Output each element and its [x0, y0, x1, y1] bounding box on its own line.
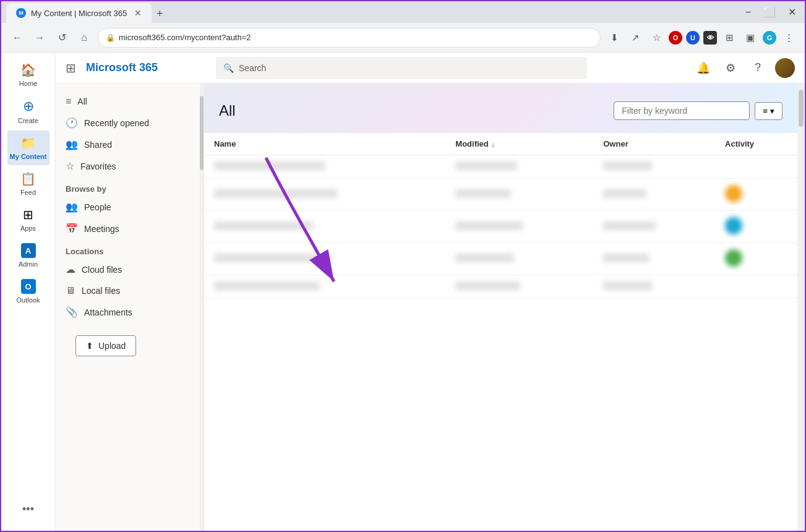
nav-item-create[interactable]: ⊕ Create	[7, 93, 49, 129]
sidebar-scrollbar-track[interactable]	[200, 84, 204, 531]
recently-opened-label: Recently opened	[84, 118, 149, 128]
attachments-label: Attachments	[84, 307, 132, 317]
window-controls: − ⬜ ✕	[742, 5, 800, 19]
monitor-icon: 🖥	[66, 285, 75, 296]
main-header: All ≡ ▾	[204, 84, 797, 133]
nav-item-my-content[interactable]: 📁 My Content	[7, 131, 49, 165]
help-button[interactable]: ?	[748, 58, 768, 78]
download-button[interactable]: ⬇	[606, 29, 623, 46]
all-icon: ≡	[66, 96, 71, 107]
sidebar-item-people[interactable]: 👥 People	[56, 196, 204, 218]
sidebar-item-favorites[interactable]: ☆ Favorites	[56, 155, 204, 177]
table-container: Name Modified ↓ Ow	[204, 133, 797, 531]
nav-item-home[interactable]: 🏠 Home	[7, 58, 49, 92]
people-icon: 👥	[66, 201, 78, 213]
browse-by-title: Browse by	[56, 177, 204, 196]
content-table: Name Modified ↓ Ow	[204, 133, 797, 299]
extensions-button[interactable]: ⊞	[721, 29, 738, 46]
active-tab[interactable]: M My Content | Microsoft 365 ✕	[6, 3, 152, 23]
sidebar-item-local-files[interactable]: 🖥 Local files	[56, 280, 204, 301]
filter-options-button[interactable]: ≡ ▾	[755, 102, 782, 120]
bitwarden-extension[interactable]: U	[686, 31, 700, 45]
refresh-button[interactable]: ↺	[53, 29, 71, 46]
grammarly-extension[interactable]: G	[763, 31, 776, 45]
minimize-button[interactable]: −	[742, 6, 755, 19]
eye-extension[interactable]: 👁	[703, 31, 717, 45]
home-icon: 🏠	[20, 62, 36, 77]
table-row	[204, 243, 797, 275]
main-area: ⊞ Microsoft 365 🔍 Search 🔔 ⚙ ?	[56, 53, 805, 531]
col-activity: Activity	[715, 133, 797, 155]
toolbar-right: ⬇ ↗ ☆ O U 👁 ⊞ ▣ G ⋮	[606, 29, 797, 46]
table-row	[204, 275, 797, 299]
notification-button[interactable]: 🔔	[693, 58, 713, 78]
tab-favicon: M	[16, 8, 26, 18]
col-name: Name	[204, 133, 445, 155]
sidebar-item-recently-opened[interactable]: 🕐 Recently opened	[56, 112, 204, 134]
opera-extension[interactable]: O	[669, 31, 682, 45]
col-modified[interactable]: Modified ↓	[445, 133, 593, 155]
address-bar[interactable]: 🔒 microsoft365.com/mycontent?auth=2	[98, 28, 601, 48]
nav-label-create: Create	[18, 117, 38, 124]
sidebar-toggle-button[interactable]: ▣	[742, 29, 759, 46]
nav-item-apps[interactable]: ⊞ Apps	[7, 202, 49, 237]
sidebar-item-meetings[interactable]: 📅 Meetings	[56, 218, 204, 239]
nav-item-outlook[interactable]: O Outlook	[7, 274, 49, 309]
cell-owner	[593, 275, 715, 299]
home-button[interactable]: ⌂	[75, 29, 93, 46]
cell-name	[204, 179, 445, 211]
m365-right-actions: 🔔 ⚙ ?	[693, 58, 795, 78]
share-button[interactable]: ↗	[627, 29, 644, 46]
content-wrapper: ≡ All 🕐 Recently opened 👥 Shared ☆	[56, 84, 805, 531]
grid-menu-icon[interactable]: ⊞	[66, 61, 76, 75]
col-owner: Owner	[593, 133, 715, 155]
left-nav: 🏠 Home ⊕ Create 📁 My Content 📋 Feed ⊞ Ap…	[1, 53, 56, 531]
upload-button[interactable]: ⬆ Upload	[75, 335, 136, 356]
nav-item-feed[interactable]: 📋 Feed	[7, 166, 49, 201]
cell-activity	[715, 179, 797, 211]
my-content-icon: 📁	[20, 135, 36, 150]
sidebar-scrollbar-thumb[interactable]	[200, 96, 204, 170]
sidebar-item-all[interactable]: ≡ All	[56, 91, 204, 112]
cell-activity	[715, 155, 797, 179]
url-text: microsoft365.com/mycontent?auth=2	[119, 33, 251, 42]
bookmark-button[interactable]: ☆	[648, 29, 665, 46]
cell-modified	[445, 211, 593, 243]
sidebar-scroll: ≡ All 🕐 Recently opened 👥 Shared ☆	[56, 88, 204, 526]
filter-bar: ≡ ▾	[614, 101, 782, 120]
activity-indicator	[725, 185, 742, 202]
user-avatar[interactable]	[775, 58, 795, 78]
search-icon: 🔍	[223, 63, 234, 73]
settings-button[interactable]: ⚙	[721, 58, 740, 78]
nav-item-admin[interactable]: A Admin	[7, 238, 49, 273]
main-content: All ≡ ▾	[204, 84, 797, 531]
cell-owner	[593, 155, 715, 179]
meetings-label: Meetings	[84, 224, 119, 234]
meetings-icon: 📅	[66, 223, 78, 234]
sidebar-item-shared[interactable]: 👥 Shared	[56, 134, 204, 155]
more-nav-button[interactable]: •••	[22, 503, 34, 526]
menu-button[interactable]: ⋮	[780, 29, 797, 46]
apps-icon: ⊞	[23, 207, 33, 222]
create-icon: ⊕	[23, 98, 34, 114]
shared-icon: 👥	[66, 139, 78, 150]
forward-button[interactable]: →	[31, 29, 48, 46]
search-bar[interactable]: 🔍 Search	[216, 57, 587, 79]
m365-title[interactable]: Microsoft 365	[86, 61, 158, 74]
locations-title: Locations	[56, 239, 204, 259]
maximize-button[interactable]: ⬜	[760, 5, 779, 19]
close-button[interactable]: ✕	[784, 5, 800, 19]
cell-name	[204, 243, 445, 275]
cloud-files-label: Cloud files	[82, 265, 122, 275]
sidebar-item-cloud-files[interactable]: ☁ Cloud files	[56, 259, 204, 280]
tab-close-button[interactable]: ✕	[134, 8, 142, 18]
tab-bar: M My Content | Microsoft 365 ✕ +	[6, 1, 168, 23]
local-files-label: Local files	[82, 286, 120, 296]
right-scroll-thumb[interactable]	[799, 90, 804, 127]
page-title: All	[219, 102, 236, 119]
new-tab-button[interactable]: +	[152, 5, 168, 23]
filter-input[interactable]	[614, 101, 750, 120]
back-button[interactable]: ←	[9, 29, 26, 46]
sidebar-item-attachments[interactable]: 📎 Attachments	[56, 301, 204, 323]
right-scrollbar[interactable]	[797, 84, 805, 531]
